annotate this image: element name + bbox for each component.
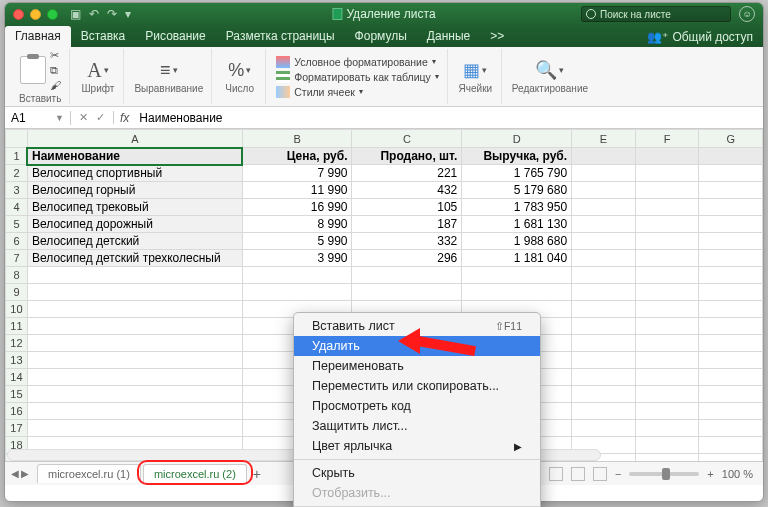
cell[interactable]: 1 681 130	[462, 216, 572, 233]
conditional-formatting-button[interactable]: Условное форматирование ▾	[276, 56, 439, 68]
search-input[interactable]: Поиск на листе	[581, 6, 731, 22]
cell[interactable]	[27, 420, 242, 437]
row-header[interactable]: 3	[6, 182, 28, 199]
tab-formulas[interactable]: Формулы	[345, 26, 417, 47]
cell[interactable]	[572, 352, 636, 369]
cell[interactable]	[635, 284, 699, 301]
menu-delete-sheet[interactable]: Удалить	[294, 336, 540, 356]
cell[interactable]: 5 990	[242, 233, 352, 250]
tab-page-layout[interactable]: Разметка страницы	[216, 26, 345, 47]
cell[interactable]	[572, 165, 636, 182]
cancel-formula-icon[interactable]: ✕	[79, 111, 88, 124]
menu-view-code[interactable]: Просмотреть код	[294, 396, 540, 416]
col-header[interactable]: A	[27, 130, 242, 148]
cell[interactable]	[699, 284, 763, 301]
zoom-window-icon[interactable]	[47, 9, 58, 20]
cell[interactable]	[699, 403, 763, 420]
menu-rename-sheet[interactable]: Переименовать	[294, 356, 540, 376]
group-editing[interactable]: 🔍▾ Редактирование	[504, 49, 596, 104]
cell[interactable]: 432	[352, 182, 462, 199]
menu-protect-sheet[interactable]: Защитить лист...	[294, 416, 540, 436]
cell[interactable]	[635, 182, 699, 199]
cell[interactable]	[572, 386, 636, 403]
cell[interactable]	[572, 250, 636, 267]
cell[interactable]	[635, 420, 699, 437]
cell[interactable]	[572, 267, 636, 284]
cell[interactable]	[699, 420, 763, 437]
zoom-slider[interactable]	[629, 472, 699, 476]
cell[interactable]	[699, 216, 763, 233]
cell[interactable]	[242, 284, 352, 301]
row-header[interactable]: 11	[6, 318, 28, 335]
row-header[interactable]: 15	[6, 386, 28, 403]
row-header[interactable]: 5	[6, 216, 28, 233]
cell[interactable]	[572, 420, 636, 437]
add-sheet-button[interactable]: +	[253, 466, 261, 482]
cell[interactable]	[572, 284, 636, 301]
menu-insert-sheet[interactable]: Вставить лист⇧F11	[294, 316, 540, 336]
cell[interactable]: Велосипед спортивный	[27, 165, 242, 182]
cell[interactable]	[462, 267, 572, 284]
cell[interactable]: 8 990	[242, 216, 352, 233]
row-header[interactable]: 7	[6, 250, 28, 267]
cell[interactable]	[572, 369, 636, 386]
cell[interactable]: 332	[352, 233, 462, 250]
row-header[interactable]: 6	[6, 233, 28, 250]
cell[interactable]: 1 783 950	[462, 199, 572, 216]
page-layout-view-icon[interactable]	[571, 467, 585, 481]
minimize-window-icon[interactable]	[30, 9, 41, 20]
row-header[interactable]: 9	[6, 284, 28, 301]
format-painter-icon[interactable]: 🖌	[50, 79, 61, 91]
accept-formula-icon[interactable]: ✓	[96, 111, 105, 124]
cell[interactable]	[699, 148, 763, 165]
cell[interactable]: Наименование	[27, 148, 242, 165]
cell[interactable]: 105	[352, 199, 462, 216]
tab-home[interactable]: Главная	[5, 26, 71, 47]
cell[interactable]	[635, 148, 699, 165]
cell[interactable]	[635, 352, 699, 369]
cell[interactable]: Велосипед детский	[27, 233, 242, 250]
cell[interactable]: Выручка, руб.	[462, 148, 572, 165]
tab-data[interactable]: Данные	[417, 26, 480, 47]
cell[interactable]	[635, 301, 699, 318]
sheet-nav[interactable]: ◀▶	[5, 468, 35, 479]
cell[interactable]	[699, 233, 763, 250]
cell[interactable]	[27, 403, 242, 420]
row-header[interactable]: 16	[6, 403, 28, 420]
save-icon[interactable]: ▣	[70, 7, 81, 21]
cell[interactable]	[27, 386, 242, 403]
tab-insert[interactable]: Вставка	[71, 26, 136, 47]
row-header[interactable]: 13	[6, 352, 28, 369]
cell[interactable]	[27, 301, 242, 318]
cell[interactable]	[635, 250, 699, 267]
group-number[interactable]: %▾ Число	[214, 49, 266, 104]
row-header[interactable]: 12	[6, 335, 28, 352]
cell[interactable]: 1 181 040	[462, 250, 572, 267]
sheet-tab-2[interactable]: microexcel.ru (2)	[143, 464, 247, 483]
tab-more[interactable]: >>	[480, 26, 514, 47]
cell[interactable]	[699, 267, 763, 284]
formula-value[interactable]: Наименование	[135, 111, 226, 125]
page-break-view-icon[interactable]	[593, 467, 607, 481]
format-as-table-button[interactable]: Форматировать как таблицу ▾	[276, 71, 439, 83]
cell[interactable]	[572, 403, 636, 420]
select-all-corner[interactable]	[6, 130, 28, 148]
cell[interactable]	[27, 318, 242, 335]
cell[interactable]: Велосипед детский трехколесный	[27, 250, 242, 267]
cell[interactable]	[352, 284, 462, 301]
col-header[interactable]: D	[462, 130, 572, 148]
cell[interactable]: 296	[352, 250, 462, 267]
cell[interactable]	[699, 165, 763, 182]
cell[interactable]	[635, 267, 699, 284]
cell[interactable]	[699, 386, 763, 403]
normal-view-icon[interactable]	[549, 467, 563, 481]
cell[interactable]	[635, 233, 699, 250]
cell[interactable]	[27, 369, 242, 386]
cell[interactable]: Продано, шт.	[352, 148, 462, 165]
cell[interactable]: 11 990	[242, 182, 352, 199]
zoom-in-button[interactable]: +	[707, 468, 713, 480]
cell[interactable]	[699, 199, 763, 216]
cell[interactable]	[572, 182, 636, 199]
row-header[interactable]: 4	[6, 199, 28, 216]
cell[interactable]	[572, 148, 636, 165]
